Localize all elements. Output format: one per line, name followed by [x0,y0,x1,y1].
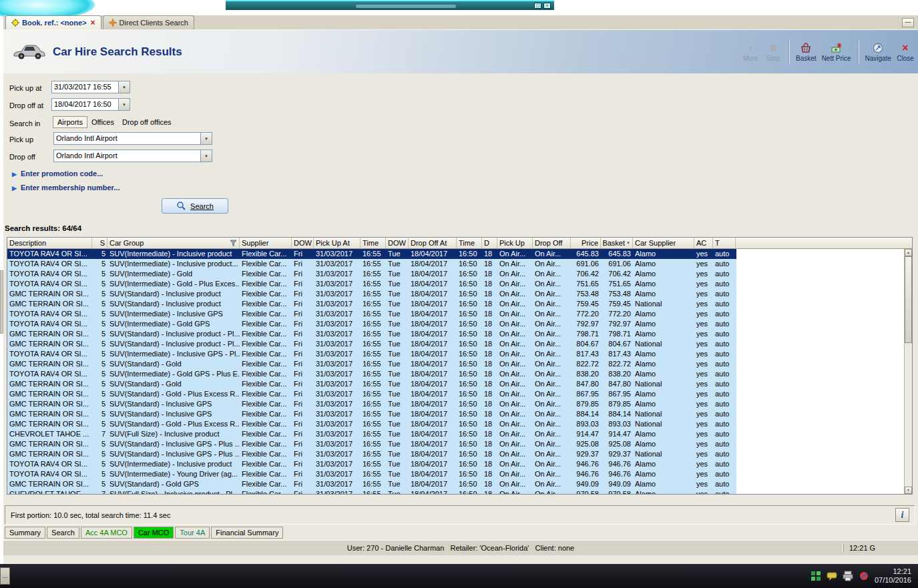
result-row[interactable]: TOYOTA RAV4 OR SI...5SUV(Intermediate) -… [7,269,736,279]
result-row[interactable]: GMC TERRAIN OR SI...5SUV(Standard) - Gol… [7,479,736,489]
scroll-down-icon[interactable]: ▼ [905,487,912,494]
navigate-button[interactable]: Navigate [863,41,894,62]
tab-booking-ref[interactable]: Book. ref.: <none> × [5,15,101,29]
search-button[interactable]: Search [162,198,228,214]
result-row[interactable]: GMC TERRAIN OR SI...5SUV(Standard) - Inc… [7,289,736,299]
result-row[interactable]: GMC TERRAIN OR SI...5SUV(Standard) - Gol… [7,379,736,389]
result-row[interactable]: TOYOTA RAV4 OR SI...5SUV(Intermediate) -… [7,319,736,329]
column-header-basket[interactable]: Basket▼ [601,238,633,249]
info-button[interactable]: i [895,508,909,522]
result-row[interactable]: GMC TERRAIN OR SI...5SUV(Standard) - Inc… [7,449,736,459]
column-header-drop-off[interactable]: Drop Off [533,238,571,249]
bottom-tab-financial-summary[interactable]: Financial Summary [211,527,283,539]
result-row[interactable]: TOYOTA RAV4 OR SI...5SUV(Intermediate) -… [7,249,736,259]
dropoff-datetime-select[interactable]: 18/04/2017 16:50 ▼ [51,98,130,111]
result-row[interactable]: GMC TERRAIN OR SI...5SUV(Standard) - Inc… [7,299,736,309]
column-header-dow[interactable]: DOW [386,238,409,249]
result-row[interactable]: CHEVROLET TAHOE ...7SUV(Full Size) - Inc… [7,489,736,494]
result-row[interactable]: TOYOTA RAV4 OR SI...5SUV(Intermediate) -… [7,279,736,289]
dropdown-arrow-icon[interactable]: ▼ [118,99,130,110]
dropoff-location-select[interactable]: Orlando Intl Airport ▼ [53,150,212,162]
column-header-time[interactable]: Time [361,238,386,249]
tab-label: Direct Clients Search [120,19,188,27]
scroll-up-icon[interactable]: ▲ [905,249,912,256]
result-row[interactable]: TOYOTA RAV4 OR SI...5SUV(Intermediate) -… [7,309,736,319]
result-row[interactable]: GMC TERRAIN OR SI...5SUV(Standard) - Inc… [7,329,736,339]
dropdown-arrow-icon[interactable]: ▼ [118,81,130,93]
tray-status-icon[interactable] [859,571,869,581]
column-header-supplier[interactable]: Supplier [240,238,292,249]
background-maximize-icon[interactable]: ▢ [534,3,541,9]
search-in-dropoff-offices[interactable]: Drop off offices [118,117,176,127]
column-header-pick-up-at[interactable]: Pick Up At [314,238,361,249]
result-row[interactable]: GMC TERRAIN OR SI...5SUV(Standard) - Inc… [7,409,736,419]
cell: 18/04/2017 [409,429,457,439]
vertical-scrollbar[interactable]: ▲ ▼ [904,249,912,494]
column-header-car-supplier[interactable]: Car Supplier [633,238,694,249]
cell: On Air... [533,349,571,359]
result-row[interactable]: GMC TERRAIN OR SI...5SUV(Standard) - Inc… [7,399,736,409]
membership-number-toggle[interactable]: ▶Enter membership number... [12,184,120,192]
dropdown-arrow-icon[interactable]: ▼ [200,133,212,144]
tray-printer-icon[interactable] [843,571,853,581]
result-row[interactable]: GMC TERRAIN OR SI...5SUV(Standard) - Gol… [7,359,736,369]
cell: 772.20 [571,309,601,319]
cell: Flexible Car... [240,289,292,299]
result-row[interactable]: TOYOTA RAV4 OR SI...5SUV(Intermediate) -… [7,469,736,479]
dropdown-arrow-icon[interactable]: ▼ [200,150,212,162]
stop-button[interactable]: Stop [762,41,784,62]
tab-close-icon[interactable]: × [91,19,95,26]
result-row[interactable]: GMC TERRAIN OR SI...5SUV(Standard) - Gol… [7,389,736,399]
pickup-location-select[interactable]: Orlando Intl Airport ▼ [53,132,212,145]
column-header-description[interactable]: Description [7,238,92,249]
bottom-tab-car-mco[interactable]: Car MCO [134,527,174,539]
nett-price-button[interactable]: Nett Price [819,41,854,62]
column-header-dow[interactable]: DOW [292,238,314,249]
minimize-button[interactable]: — [902,18,914,27]
cell: 16:50 [457,359,482,369]
cell: 7 [92,429,107,439]
close-button[interactable]: × Close [894,41,917,62]
background-close-icon[interactable]: × [543,3,551,9]
column-header-t[interactable]: T [713,238,736,249]
tray-green-app-icon[interactable] [811,571,821,581]
bottom-tab-acc-4a-mco[interactable]: Acc 4A MCO [81,527,132,539]
tray-clock[interactable]: 12:21 07/10/2016 [875,567,911,585]
more-button[interactable]: ▼ More [739,41,762,62]
promotion-code-toggle[interactable]: ▶Enter promotion code... [12,170,103,178]
cell: National [633,449,694,459]
tab-direct-clients-search[interactable]: Direct Clients Search [103,15,194,29]
result-row[interactable]: TOYOTA RAV4 OR SI...5SUV(Intermediate) -… [7,259,736,269]
result-row[interactable]: CHEVROLET TAHOE ...7SUV(Full Size) - Inc… [7,429,736,439]
column-header-d[interactable]: D [482,238,497,249]
result-row[interactable]: TOYOTA RAV4 OR SI...5SUV(Intermediate) -… [7,369,736,379]
search-in-offices[interactable]: Offices [87,117,118,127]
column-header-time[interactable]: Time [457,238,482,249]
column-header-ac[interactable]: AC [694,238,713,249]
result-row[interactable]: TOYOTA RAV4 OR SI...5SUV(Intermediate) -… [7,459,736,469]
cell: 31/03/2017 [314,449,361,459]
bottom-tab-summary[interactable]: Summary [5,527,45,539]
bottom-tab-search[interactable]: Search [47,527,79,539]
tray-chat-icon[interactable] [827,571,837,581]
cell: 31/03/2017 [314,309,361,319]
search-in-airports[interactable]: Airports [53,116,87,128]
column-header-price[interactable]: Price [571,238,601,249]
column-header-drop-off-at[interactable]: Drop Off At [409,238,457,249]
cell: auto [713,399,736,409]
bottom-tab-tour-4a[interactable]: Tour 4A [175,527,210,539]
result-row[interactable]: GMC TERRAIN OR SI...5SUV(Standard) - Gol… [7,419,736,429]
column-header-pick-up[interactable]: Pick Up [497,238,533,249]
taskbar-partial-button[interactable]: ... [0,567,10,585]
cell: yes [694,269,713,279]
result-row[interactable]: GMC TERRAIN OR SI...5SUV(Standard) - Inc… [7,339,736,349]
pickup-datetime-select[interactable]: 31/03/2017 16:55 ▼ [51,81,130,93]
column-header-s[interactable]: S [92,238,107,249]
scrollbar-thumb[interactable] [905,256,912,343]
cell: Fri [292,249,314,259]
basket-button[interactable]: Basket [793,41,819,62]
filter-icon[interactable] [230,240,237,247]
result-row[interactable]: GMC TERRAIN OR SI...5SUV(Standard) - Inc… [7,439,736,449]
result-row[interactable]: TOYOTA RAV4 OR SI...5SUV(Intermediate) -… [7,349,736,359]
column-header-car-group[interactable]: Car Group [107,238,240,249]
